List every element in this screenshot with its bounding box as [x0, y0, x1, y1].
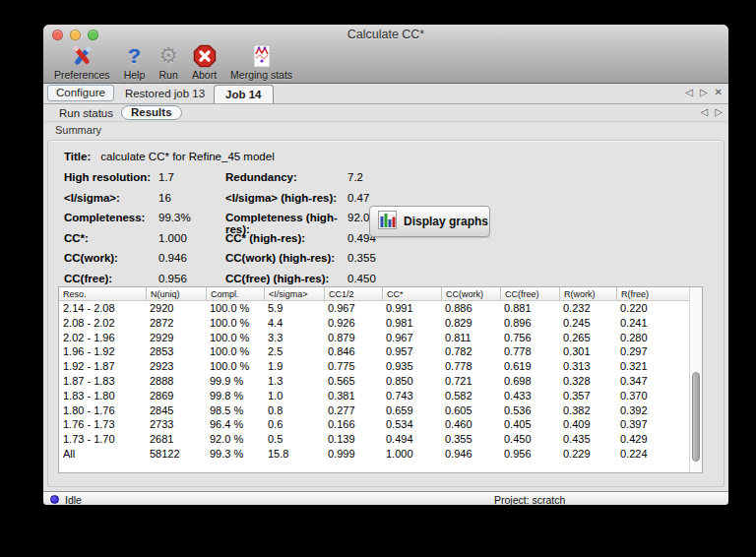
column-header[interactable]: Compl. [206, 287, 264, 300]
merging-stats-button[interactable]: Merging stats [225, 43, 297, 81]
column-header[interactable]: CC* [382, 287, 441, 300]
table-row[interactable]: 1.87 - 1.83288899.9 %1.30.5650.8500.7210… [59, 374, 702, 389]
tab-job-14[interactable]: Job 14 [214, 85, 273, 103]
table-cell: 96.4 % [206, 417, 264, 432]
table-cell: 0.229 [559, 447, 616, 462]
table-cell: 0.224 [616, 447, 671, 462]
table-row[interactable]: 1.92 - 1.872923100.0 %1.90.7750.9350.778… [59, 359, 702, 374]
table-row[interactable]: All5812299.3 %15.80.9991.0000.9460.9560.… [59, 447, 702, 462]
table-cell: 3.3 [264, 331, 324, 345]
column-header[interactable]: CC1/2 [324, 287, 382, 300]
tab-run-status[interactable]: Run status [51, 107, 121, 119]
table-cell: 0.429 [616, 432, 671, 447]
table-cell: 0.698 [500, 374, 559, 389]
table-row[interactable]: 1.83 - 1.80286999.8 %1.00.3810.7430.5820… [59, 389, 702, 403]
table-row[interactable]: 1.73 - 1.70268192.0 %0.50.1390.4940.3550… [59, 432, 702, 447]
help-button[interactable]: ? Help [119, 43, 151, 81]
table-cell: 2872 [146, 316, 206, 331]
column-header[interactable]: R(work) [559, 287, 616, 300]
tab-close-icon[interactable]: ✕ [715, 87, 723, 97]
table-cell: 1.76 - 1.73 [59, 417, 146, 432]
table-cell: 1.80 - 1.76 [59, 403, 146, 418]
table-cell: 1.9 [264, 359, 324, 374]
run-button[interactable]: ⚙ Run [154, 43, 183, 81]
stat-label: CC(free): [64, 273, 158, 285]
table-cell: 2888 [146, 374, 206, 389]
table-cell: 0.265 [559, 331, 616, 345]
table-cell: 0.5 [264, 432, 324, 447]
table-cell: 0.619 [500, 359, 559, 374]
summary-stat-row: CC(work):0.946CC(work) (high-res):0.355 [64, 252, 724, 265]
table-cell: 0.935 [382, 359, 441, 374]
column-header[interactable]: <I/sigma> [264, 287, 324, 300]
table-cell: 0.313 [559, 359, 616, 374]
window-title: Calculate CC* [43, 28, 728, 41]
table-cell: 99.3 % [206, 447, 264, 462]
table-row[interactable]: 1.80 - 1.76284598.5 %0.80.2770.6590.6050… [59, 403, 702, 418]
table-cell: 2869 [146, 389, 206, 403]
table-row[interactable]: 2.14 - 2.082920100.0 %5.90.9670.9910.886… [59, 301, 702, 316]
table-row[interactable]: 1.76 - 1.73273396.4 %0.60.1660.5340.4600… [59, 417, 702, 432]
table-cell: 0.280 [616, 331, 671, 345]
tab-prev-icon[interactable]: ◁ [685, 87, 693, 97]
table-cell: 0.991 [382, 301, 441, 316]
table-cell: 100.0 % [206, 301, 264, 316]
title-bar[interactable]: Calculate CC* [43, 25, 728, 44]
stat-label: <I/sigma> (high-res): [225, 192, 347, 205]
table-cell: 0.846 [324, 344, 382, 359]
table-cell: 2.08 - 2.02 [59, 316, 146, 331]
table-cell: 1.96 - 1.92 [59, 344, 146, 359]
table-cell: 0.405 [500, 417, 559, 432]
table-row[interactable]: 2.02 - 1.962929100.0 %3.30.8790.9670.811… [59, 331, 702, 345]
stat-label: High resolution: [64, 171, 158, 184]
status-text: Idle [65, 494, 82, 506]
status-bar: Idle Project: scratch [43, 491, 728, 505]
job-title-value: calculate CC* for Refine_45 model [100, 151, 274, 162]
table-cell: 0.881 [500, 301, 559, 316]
table-cell: 0.220 [616, 301, 671, 316]
table-cell: 0.926 [324, 316, 382, 331]
table-cell: 0.450 [500, 432, 559, 447]
table-cell: 1.3 [264, 374, 324, 389]
summary-group-label: Summary [55, 124, 728, 136]
abort-button[interactable]: Abort [187, 43, 221, 81]
shell-table-body: 2.14 - 2.082920100.0 %5.90.9670.9910.886… [59, 301, 702, 462]
column-header[interactable]: CC(free) [500, 287, 559, 300]
tab-next-icon[interactable]: ▷ [715, 106, 723, 117]
toolbar-item-label: Run [158, 69, 177, 81]
help-icon: ? [128, 43, 141, 69]
table-cell: 0.536 [500, 403, 559, 418]
tab-next-icon[interactable]: ▷ [700, 87, 708, 97]
project-label: Project: scratch [494, 494, 565, 506]
tab-restored-job-13[interactable]: Restored job 13 [116, 86, 214, 102]
table-cell: 0.534 [382, 417, 441, 432]
table-cell: 15.8 [264, 447, 324, 462]
toolbar-item-label: Help [124, 69, 146, 81]
main-tab-nav: ◁ ▷ ✕ [685, 87, 723, 97]
tab-prev-icon[interactable]: ◁ [701, 106, 709, 117]
table-cell: 2.14 - 2.08 [59, 301, 146, 316]
display-graphs-button[interactable]: Display graphs [369, 206, 490, 237]
preferences-button[interactable]: Preferences [49, 43, 115, 81]
tab-results[interactable]: Results [121, 105, 182, 120]
scrollbar-thumb[interactable] [692, 372, 700, 461]
table-cell: 2845 [146, 403, 206, 418]
column-header[interactable]: CC(work) [441, 287, 500, 300]
table-scrollbar[interactable] [689, 287, 702, 472]
table-cell: 0.775 [324, 359, 382, 374]
toolbar-item-label: Merging stats [230, 69, 292, 81]
table-row[interactable]: 1.96 - 1.922853100.0 %2.50.8460.9570.782… [59, 344, 702, 359]
window-header: Calculate CC* Preferences [43, 25, 728, 84]
table-cell: 0.355 [441, 432, 500, 447]
table-cell: 1.000 [382, 447, 441, 462]
stat-value: 0.355 [347, 252, 407, 265]
table-row[interactable]: 2.08 - 2.022872100.0 %4.40.9260.9810.829… [59, 316, 702, 331]
column-header[interactable]: N(uniq) [146, 287, 206, 300]
tab-configure[interactable]: Configure [47, 85, 114, 101]
column-header[interactable]: R(free) [616, 287, 671, 300]
table-cell: 100.0 % [206, 331, 264, 345]
column-header[interactable]: Reso. [59, 287, 146, 300]
table-cell: 2929 [146, 331, 206, 345]
table-cell: 0.721 [441, 374, 500, 389]
table-cell: 0.245 [559, 316, 616, 331]
